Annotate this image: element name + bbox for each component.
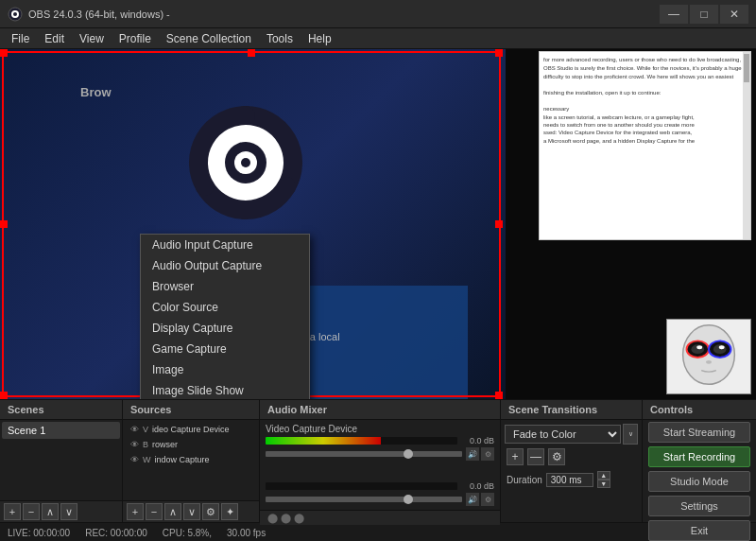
audio-channel-2-label [266,468,494,480]
statusbar: LIVE: 00:00:00 REC: 00:00:00 CPU: 5.8%, … [0,522,756,541]
studio-mode-button[interactable]: Studio Mode [648,471,750,492]
remove-transition-button[interactable]: — [527,448,544,465]
scenes-list: Scene 1 [0,420,122,500]
maximize-button[interactable]: □ [690,5,718,24]
source-eye-icon-3: 👁 [130,455,139,464]
transitions-panel: Scene Transitions Fade to Color Cut Fade… [501,400,643,522]
source-item-video-capture[interactable]: 👁 V ideo Capture Device [125,422,257,437]
alien-thumbnail [666,319,751,394]
transitions-header: Scene Transitions [501,400,642,420]
duration-increase-button[interactable]: ▲ [597,471,610,480]
move-scene-down-button[interactable]: ∨ [60,503,77,520]
move-scene-up-button[interactable]: ∧ [42,503,59,520]
menu-help[interactable]: Help [301,28,339,49]
audio-slider-2[interactable] [266,497,462,502]
ctx-browser[interactable]: Browser [141,276,309,297]
ctx-audio-output[interactable]: Audio Output Capture [141,255,309,276]
ctx-image[interactable]: Image [141,359,309,380]
audio-channel-2: 0.0 dB 🔊 ⚙ [260,464,500,510]
menu-tools[interactable]: Tools [259,28,301,49]
fps-status: 30.00 fps [227,528,266,538]
svg-point-14 [713,344,727,354]
transition-expand-btn[interactable]: ∨ [623,424,638,445]
svg-point-12 [696,345,702,349]
source-settings-button[interactable]: ⚙ [202,503,219,520]
source-eye-icon-2: 👁 [130,440,139,449]
menu-file[interactable]: File [4,28,37,49]
obs-logo [189,106,302,219]
audio-gear-btn-1[interactable]: ⚙ [481,447,494,461]
menu-edit[interactable]: Edit [37,28,72,49]
ctx-color-source[interactable]: Color Source [141,297,309,318]
audio-mute-btn-2[interactable]: 🔊 [466,493,479,506]
ctx-display-capture[interactable]: Display Capture [141,318,309,339]
svg-point-11 [691,344,704,354]
source-eye-icon: 👁 [130,425,139,434]
audio-level-bar-1 [266,437,457,445]
app-title: OBS 24.0.3 (64-bit, windows) - [28,9,660,20]
sources-toolbar: + − ∧ ∨ ⚙ ✦ [123,500,259,522]
transition-select[interactable]: Fade to Color Cut Fade [505,425,621,444]
audio-mute-btn-1[interactable]: 🔊 [466,447,479,461]
add-source-button[interactable]: + [127,503,144,520]
ctx-game-capture[interactable]: Game Capture [141,339,309,359]
brow-label: Brow [80,85,112,99]
move-source-down-button[interactable]: ∨ [183,503,200,520]
rec-status: REC: 00:00:00 [85,528,147,538]
source-item-browser[interactable]: 👁 B rowser [125,437,257,452]
cpu-status: CPU: 5.8%, [163,528,212,538]
add-transition-button[interactable]: + [507,448,524,465]
scenes-panel: Scenes Scene 1 + − ∧ ∨ [0,400,123,522]
ctx-audio-input[interactable]: Audio Input Capture [141,235,309,255]
source-filter-button[interactable]: ✦ [221,503,238,520]
close-button[interactable]: ✕ [720,5,748,24]
titlebar: OBS 24.0.3 (64-bit, windows) - — □ ✕ [0,0,756,28]
controls-panel: Controls Start Streaming Start Recording… [643,400,756,522]
audio-mixer-header: Audio Mixer [260,400,500,420]
controls-header: Controls [643,400,756,420]
menu-view[interactable]: View [72,28,112,49]
transition-gear-button[interactable]: ⚙ [548,448,565,465]
start-streaming-button[interactable]: Start Streaming [648,422,750,443]
document-preview: for more advanced recording, users or th… [539,51,751,240]
menubar: File Edit View Profile Scene Collection … [0,28,756,49]
audio-slider-1[interactable] [266,451,462,457]
start-recording-button[interactable]: Start Recording [648,446,750,467]
scene-item-1[interactable]: Scene 1 [2,422,120,439]
svg-point-16 [706,360,712,364]
source-item-window-capture[interactable]: 👁 W indow Capture [125,452,257,467]
scenes-toolbar: + − ∧ ∨ [0,500,122,522]
menu-profile[interactable]: Profile [112,28,159,49]
add-scene-button[interactable]: + [4,503,21,520]
audio-db-2: 0.0 dB [461,481,494,491]
audio-gear-btn-2[interactable]: ⚙ [481,493,494,506]
live-status: LIVE: 00:00:00 [8,528,70,538]
audio-level-fill-1 [266,437,381,445]
exit-button[interactable]: Exit [648,520,750,541]
remove-scene-button[interactable]: − [23,503,40,520]
move-source-up-button[interactable]: ∧ [164,503,181,520]
settings-button[interactable]: Settings [648,496,750,516]
sources-list: 👁 V ideo Capture Device 👁 B rowser 👁 W i… [123,420,259,500]
scenes-header: Scenes [0,400,122,420]
audio-db-1: 0.0 dB [461,436,494,445]
sources-panel: Sources 👁 V ideo Capture Device 👁 B rows… [123,400,260,522]
duration-label: Duration [507,475,542,485]
audio-toolbar: ⬤ ⬤ ⬤ [260,510,500,525]
svg-point-15 [719,345,725,349]
audio-toolbar-label: ⬤ ⬤ ⬤ [264,513,308,523]
ctx-image-slideshow[interactable]: Image Slide Show [141,380,309,399]
sources-header: Sources [123,400,259,420]
audio-channel-1: Video Capture Device 0.0 dB 🔊 ⚙ [260,420,500,464]
minimize-button[interactable]: — [660,5,688,24]
svg-point-2 [13,12,17,16]
obs-app-icon [8,7,23,22]
remove-source-button[interactable]: − [146,503,163,520]
audio-level-bar-2 [266,482,457,490]
context-menu: Audio Input Capture Audio Output Capture… [140,234,310,399]
duration-decrease-button[interactable]: ▼ [597,480,610,488]
menu-scene-collection[interactable]: Scene Collection [159,28,259,49]
preview-area: Brow d a browser source! a webpage from … [0,49,756,399]
svg-point-7 [241,158,250,167]
duration-input[interactable] [546,473,593,487]
